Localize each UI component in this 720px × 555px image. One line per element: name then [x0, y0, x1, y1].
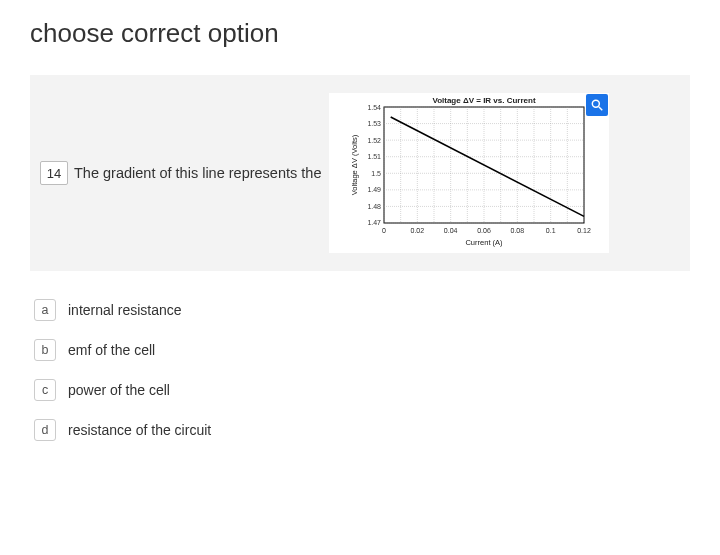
y-tick: 1.54 — [368, 104, 382, 111]
y-tick: 1.49 — [368, 186, 382, 193]
y-tick: 1.5 — [372, 170, 382, 177]
x-tick: 0.1 — [546, 227, 556, 234]
options-list: a internal resistance b emf of the cell … — [30, 299, 690, 441]
chart-title: Voltage ΔV = IR vs. Current — [433, 96, 537, 105]
option-b[interactable]: b emf of the cell — [34, 339, 690, 361]
x-tick: 0.08 — [511, 227, 525, 234]
magnify-icon — [590, 98, 604, 112]
option-letter: a — [34, 299, 56, 321]
chart-container: 1.47 1.48 1.49 1.5 1.51 1.52 1.53 1.54 0… — [329, 93, 609, 253]
y-tick: 1.47 — [368, 219, 382, 226]
option-text: resistance of the circuit — [68, 422, 211, 438]
zoom-button[interactable] — [586, 94, 608, 116]
option-c[interactable]: c power of the cell — [34, 379, 690, 401]
option-letter: d — [34, 419, 56, 441]
x-tick: 0.06 — [478, 227, 492, 234]
page-title: choose correct option — [30, 18, 690, 49]
chart-svg: 1.47 1.48 1.49 1.5 1.51 1.52 1.53 1.54 0… — [329, 93, 609, 253]
option-letter: c — [34, 379, 56, 401]
svg-line-25 — [599, 107, 603, 111]
x-axis-label: Current (A) — [466, 238, 504, 247]
x-tick: 0.02 — [411, 227, 425, 234]
y-tick: 1.51 — [368, 153, 382, 160]
option-text: internal resistance — [68, 302, 182, 318]
option-text: power of the cell — [68, 382, 170, 398]
y-tick: 1.48 — [368, 203, 382, 210]
question-number: 14 — [40, 161, 68, 185]
x-tick: 0.12 — [578, 227, 592, 234]
x-tick: 0 — [383, 227, 387, 234]
option-text: emf of the cell — [68, 342, 155, 358]
y-axis-label: Voltage ΔV (Volts) — [350, 134, 359, 195]
y-tick: 1.52 — [368, 137, 382, 144]
option-d[interactable]: d resistance of the circuit — [34, 419, 690, 441]
option-a[interactable]: a internal resistance — [34, 299, 690, 321]
x-tick: 0.04 — [444, 227, 458, 234]
option-letter: b — [34, 339, 56, 361]
svg-point-24 — [593, 100, 600, 107]
question-block: 14 The gradient of this line represents … — [30, 75, 690, 271]
question-text: The gradient of this line represents the — [74, 165, 321, 181]
y-tick: 1.53 — [368, 120, 382, 127]
